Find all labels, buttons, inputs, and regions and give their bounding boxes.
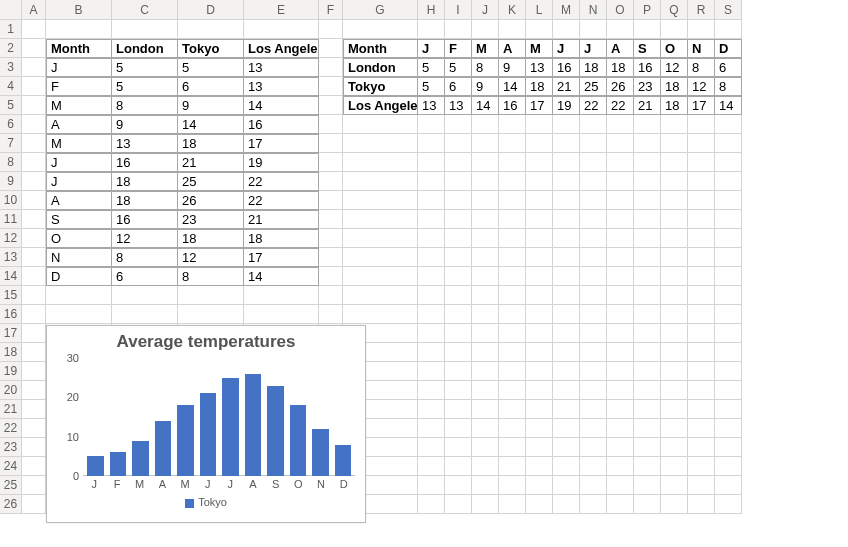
cell[interactable] (319, 134, 343, 153)
cell[interactable] (553, 172, 580, 191)
row-header[interactable]: 2 (0, 39, 22, 58)
cell[interactable] (499, 267, 526, 286)
cell[interactable]: 8 (715, 77, 742, 96)
cell[interactable] (319, 96, 343, 115)
cell[interactable] (499, 115, 526, 134)
cell[interactable] (472, 153, 499, 172)
cell[interactable] (499, 362, 526, 381)
cell[interactable] (22, 115, 46, 134)
column-header[interactable]: L (526, 0, 553, 20)
cell[interactable] (445, 495, 472, 514)
cell[interactable] (634, 286, 661, 305)
cell[interactable]: 9 (178, 96, 244, 115)
cell[interactable] (607, 134, 634, 153)
cell[interactable] (634, 115, 661, 134)
row-header[interactable]: 24 (0, 457, 22, 476)
cell[interactable] (607, 419, 634, 438)
cell[interactable] (499, 210, 526, 229)
cell[interactable]: 18 (244, 229, 319, 248)
cell[interactable]: D (715, 39, 742, 58)
cell[interactable] (715, 172, 742, 191)
cell[interactable] (499, 381, 526, 400)
cell[interactable] (22, 324, 46, 343)
cell[interactable] (418, 457, 445, 476)
row-header[interactable]: 7 (0, 134, 22, 153)
cell[interactable] (715, 476, 742, 495)
cell[interactable] (688, 381, 715, 400)
cell[interactable]: 6 (178, 77, 244, 96)
cell[interactable]: 5 (112, 58, 178, 77)
cell[interactable] (661, 191, 688, 210)
cell[interactable] (22, 400, 46, 419)
cell[interactable] (472, 134, 499, 153)
cell[interactable] (499, 400, 526, 419)
cell[interactable] (526, 210, 553, 229)
cell[interactable] (634, 476, 661, 495)
cell[interactable] (445, 381, 472, 400)
cell[interactable] (688, 134, 715, 153)
cell[interactable] (472, 457, 499, 476)
row-header[interactable]: 15 (0, 286, 22, 305)
cell[interactable] (661, 362, 688, 381)
cell[interactable] (526, 229, 553, 248)
cell[interactable] (580, 362, 607, 381)
cell[interactable] (526, 438, 553, 457)
cell[interactable] (607, 172, 634, 191)
row-header[interactable]: 14 (0, 267, 22, 286)
cell[interactable] (688, 286, 715, 305)
row-header[interactable]: 23 (0, 438, 22, 457)
cell[interactable] (343, 153, 418, 172)
cell[interactable] (607, 305, 634, 324)
row-header[interactable]: 8 (0, 153, 22, 172)
cell[interactable] (634, 419, 661, 438)
cell[interactable]: 18 (112, 191, 178, 210)
cell[interactable] (688, 191, 715, 210)
cell[interactable] (418, 362, 445, 381)
cell[interactable] (112, 20, 178, 39)
cell[interactable] (715, 210, 742, 229)
row-header[interactable]: 13 (0, 248, 22, 267)
cell[interactable] (445, 457, 472, 476)
cell[interactable]: 9 (112, 115, 178, 134)
cell[interactable] (553, 438, 580, 457)
cell[interactable] (607, 267, 634, 286)
cell[interactable] (634, 153, 661, 172)
cell[interactable] (526, 134, 553, 153)
cell[interactable]: London (343, 58, 418, 77)
cell[interactable] (688, 229, 715, 248)
cell[interactable] (418, 20, 445, 39)
cell[interactable]: 14 (178, 115, 244, 134)
cell[interactable] (526, 153, 553, 172)
cell[interactable] (634, 362, 661, 381)
row-header[interactable]: 20 (0, 381, 22, 400)
cell[interactable] (580, 495, 607, 514)
row-header[interactable]: 25 (0, 476, 22, 495)
cell[interactable]: 17 (688, 96, 715, 115)
cell[interactable] (319, 191, 343, 210)
cell[interactable]: 22 (607, 96, 634, 115)
cell[interactable] (715, 457, 742, 476)
cell[interactable]: 6 (445, 77, 472, 96)
cell[interactable] (634, 324, 661, 343)
cell[interactable]: A (607, 39, 634, 58)
cell[interactable] (526, 495, 553, 514)
cell[interactable] (580, 381, 607, 400)
cell[interactable]: 16 (499, 96, 526, 115)
cell[interactable] (688, 324, 715, 343)
cell[interactable]: 19 (244, 153, 319, 172)
cell[interactable]: Tokyo (343, 77, 418, 96)
cell[interactable] (418, 419, 445, 438)
cell[interactable] (418, 343, 445, 362)
cell[interactable] (526, 248, 553, 267)
cell[interactable]: 14 (472, 96, 499, 115)
cell[interactable] (553, 20, 580, 39)
cell[interactable] (343, 210, 418, 229)
cell[interactable] (607, 248, 634, 267)
cell[interactable] (580, 172, 607, 191)
cell[interactable] (445, 248, 472, 267)
cell[interactable]: 8 (178, 267, 244, 286)
cell[interactable] (343, 248, 418, 267)
cell[interactable] (553, 476, 580, 495)
cell[interactable] (715, 324, 742, 343)
cell[interactable]: 18 (661, 77, 688, 96)
